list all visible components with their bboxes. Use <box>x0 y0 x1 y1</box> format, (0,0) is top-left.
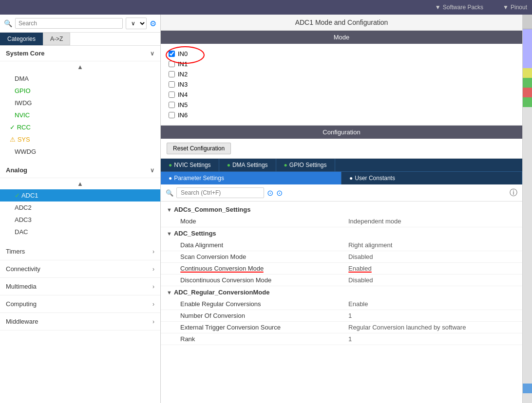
label-in3: IN3 <box>178 81 188 88</box>
collapse-icon[interactable]: ▼ <box>167 231 172 237</box>
gear-icon[interactable]: ⚙ <box>150 19 156 28</box>
sidebar-item-gpio[interactable]: GPIO <box>0 85 160 97</box>
reset-btn-row: Reset Configuration <box>161 139 522 159</box>
param-name-scan-conversion: Scan Conversion Mode <box>180 253 348 260</box>
collapse-icon[interactable]: ▼ <box>167 290 172 295</box>
right-bar-bottom <box>523 393 532 403</box>
sidebar-section-middleware[interactable]: Middleware › <box>0 313 160 330</box>
reset-configuration-button[interactable]: Reset Configuration <box>167 143 231 154</box>
param-row-continuous-conversion: Continuous Conversion Mode Enabled <box>161 263 522 275</box>
checkbox-in0[interactable] <box>169 51 175 57</box>
sidebar-item-wwdg[interactable]: WWDG <box>0 146 160 158</box>
tab-user-constants[interactable]: ● User Constants <box>342 172 522 184</box>
label-in5: IN5 <box>178 101 188 109</box>
param-name-rank: Rank <box>180 335 348 343</box>
tab-parameter-settings[interactable]: ● Parameter Settings <box>161 172 342 184</box>
right-bar-red <box>523 88 532 97</box>
prev-icon[interactable]: ⊙ <box>267 188 273 198</box>
checkbox-in4[interactable] <box>169 92 175 98</box>
group-adcs-common: ▼ ADCs_Common_Settings <box>161 203 522 216</box>
sidebar-content: System Core ∨ ▲ DMA GPIO IWDG NVIC ✓ RCC… <box>0 46 160 403</box>
label-in1: IN1 <box>178 60 188 68</box>
param-row-scan-conversion: Scan Conversion Mode Disabled <box>161 251 522 263</box>
chevron-down-icon: ∨ <box>150 50 154 57</box>
chevron-right-icon: › <box>152 283 154 290</box>
search-input[interactable] <box>15 18 123 29</box>
tab-az[interactable]: A->Z <box>43 33 70 45</box>
config-section: Reset Configuration ● NVIC Settings ● DM… <box>161 139 522 403</box>
chevron-down-icon: ▼ <box>503 4 509 11</box>
search-dropdown[interactable]: ∨ <box>126 18 147 29</box>
param-name-mode: Mode <box>180 218 348 225</box>
param-value-ext-trigger: Regular Conversion launched by software <box>348 324 516 331</box>
param-value-scan-conversion: Disabled <box>348 253 516 260</box>
chevron-right-icon: › <box>152 301 154 308</box>
mode-section: IN0 IN1 IN2 IN3 IN4 IN5 <box>161 44 522 126</box>
config-header: Configuration <box>161 126 522 139</box>
scroll-up-analog[interactable]: ▲ <box>0 178 160 189</box>
main-content: ADC1 Mode and Configuration Mode IN0 IN1… <box>161 15 522 403</box>
sidebar-item-iwdg[interactable]: IWDG <box>0 97 160 109</box>
checkbox-row-in3: IN3 <box>169 79 514 90</box>
nvic-tab-label: NVIC Settings <box>174 162 210 168</box>
sidebar-item-adc3[interactable]: ADC3 <box>0 214 160 226</box>
chevron-down-icon: ∨ <box>150 167 154 174</box>
param-value-continuous-conversion: Enabled <box>348 265 516 272</box>
info-icon[interactable]: ⓘ <box>510 188 517 198</box>
sidebar-section-multimedia[interactable]: Multimedia › <box>0 278 160 295</box>
checkbox-in2[interactable] <box>169 71 175 77</box>
search-icon: 🔍 <box>166 189 173 197</box>
next-icon[interactable]: ⊙ <box>276 188 283 198</box>
param-row-num-conversion: Number Of Conversion 1 <box>161 310 522 322</box>
param-row-enable-regular: Enable Regular Conversions Enable <box>161 298 522 310</box>
sidebar-section-computing[interactable]: Computing › <box>0 295 160 313</box>
label-in6: IN6 <box>178 111 188 119</box>
checkbox-in1[interactable] <box>169 61 175 67</box>
check-icon: ● <box>349 175 353 182</box>
chevron-down-icon: ▼ <box>435 4 441 11</box>
user-constants-tab-label: User Constants <box>355 175 395 182</box>
sidebar-item-adc1[interactable]: ✓ ADC1 <box>0 189 160 202</box>
checkbox-row-in0: IN0 <box>169 49 514 59</box>
params-search-input[interactable] <box>176 187 264 198</box>
panel-title: ADC1 Mode and Configuration <box>161 15 522 31</box>
sidebar-item-rcc[interactable]: ✓ RCC <box>0 121 160 133</box>
param-row-discontinuous-conversion: Discontinuous Conversion Mode Disabled <box>161 275 522 286</box>
param-row-ext-trigger: External Trigger Conversion Source Regul… <box>161 322 522 333</box>
check-icon: ● <box>227 162 230 168</box>
check-icon: ● <box>284 162 287 168</box>
timers-label: Timers <box>6 248 25 255</box>
sidebar-section-timers[interactable]: Timers › <box>0 243 160 260</box>
main-layout: 🔍 ∨ ⚙ Categories A->Z System Core ∨ ▲ DM… <box>0 15 532 403</box>
sidebar-item-dma[interactable]: DMA <box>0 73 160 85</box>
label-in0: IN0 <box>178 50 188 57</box>
checkbox-row-in4: IN4 <box>169 90 514 100</box>
software-packs-menu[interactable]: ▼ Software Packs <box>435 4 483 11</box>
sidebar-item-sys[interactable]: ⚠ SYS <box>0 133 160 146</box>
connectivity-label: Connectivity <box>6 265 40 273</box>
computing-label: Computing <box>6 300 37 308</box>
sidebar-item-dac[interactable]: DAC <box>0 226 160 238</box>
checkbox-in3[interactable] <box>169 81 175 88</box>
collapse-icon[interactable]: ▼ <box>167 207 172 213</box>
sidebar-section-system-core[interactable]: System Core ∨ <box>0 46 160 61</box>
sidebar-item-adc2[interactable]: ADC2 <box>0 202 160 214</box>
sidebar-item-nvic[interactable]: NVIC <box>0 109 160 121</box>
pinout-menu[interactable]: ▼ Pinout <box>503 4 527 11</box>
group-label-adc-settings: ADC_Settings <box>174 230 216 237</box>
tab-nvic-settings[interactable]: ● NVIC Settings <box>161 159 219 171</box>
scroll-up-button[interactable]: ▲ <box>0 61 160 73</box>
checkbox-in6[interactable] <box>169 112 175 118</box>
param-row-data-alignment: Data Alignment Right alignment <box>161 239 522 251</box>
tab-dma-settings[interactable]: ● DMA Settings <box>219 159 276 171</box>
sidebar-section-analog[interactable]: Analog ∨ <box>0 163 160 178</box>
param-value-enable-regular: Enable <box>348 300 516 308</box>
right-bar <box>522 15 532 403</box>
sidebar-section-connectivity[interactable]: Connectivity › <box>0 260 160 278</box>
tab-gpio-settings[interactable]: ● GPIO Settings <box>276 159 335 171</box>
checkbox-in5[interactable] <box>169 102 175 108</box>
param-name-enable-regular: Enable Regular Conversions <box>180 300 348 308</box>
param-value-num-conversion: 1 <box>348 312 516 319</box>
mode-header: Mode <box>161 31 522 44</box>
tab-categories[interactable]: Categories <box>0 33 43 45</box>
